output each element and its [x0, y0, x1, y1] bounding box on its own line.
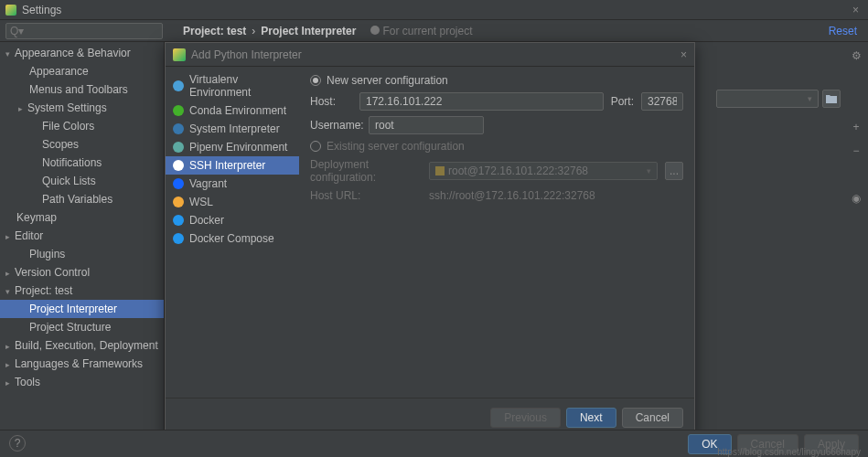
dialog-title: Add Python Interpreter — [191, 48, 680, 61]
new-config-radio-row[interactable]: New server configuration — [310, 74, 683, 87]
option-icon — [173, 160, 184, 171]
deployment-label: Deployment configuration: — [310, 158, 422, 184]
help-button[interactable]: ? — [9, 435, 26, 452]
existing-config-radio-row[interactable]: Existing server configuration — [310, 140, 683, 153]
search-row: Project: test › Project Interpreter For … — [0, 20, 868, 42]
option-label: Virtualenv Environment — [189, 73, 292, 99]
previous-button[interactable]: Previous — [490, 408, 561, 428]
titlebar: Settings × — [0, 0, 868, 20]
dialog-close-button[interactable]: × — [680, 48, 687, 61]
option-label: Conda Environment — [189, 104, 286, 117]
option-icon — [173, 233, 184, 244]
deployment-value: root@172.16.101.222:32768 — [448, 165, 588, 177]
option-icon — [173, 105, 184, 116]
existing-config-label: Existing server configuration — [327, 140, 465, 153]
option-label: Pipenv Environment — [189, 141, 287, 154]
sidebar-item[interactable]: Notifications — [0, 154, 164, 172]
breadcrumb-page: Project Interpreter — [261, 25, 356, 37]
deployment-browse-button[interactable]: ... — [665, 162, 683, 180]
sidebar-item[interactable]: Plugins — [0, 245, 164, 263]
option-icon — [173, 215, 184, 226]
option-icon — [173, 123, 184, 134]
interpreter-combo[interactable] — [716, 90, 819, 108]
interpreter-option[interactable]: Pipenv Environment — [166, 138, 299, 156]
settings-sidebar: Appearance & BehaviorAppearanceMenus and… — [0, 42, 165, 433]
sidebar-item[interactable]: Project: test — [0, 282, 164, 300]
breadcrumb: Project: test › Project Interpreter For … — [183, 25, 473, 37]
interpreter-option[interactable]: Docker Compose — [166, 229, 299, 248]
option-label: SSH Interpreter — [189, 159, 265, 172]
dialog-icon — [173, 48, 186, 61]
port-input[interactable] — [641, 92, 683, 111]
gear-icon — [370, 26, 380, 35]
sidebar-item[interactable]: Quick Lists — [0, 172, 164, 190]
host-label: Host: — [310, 95, 352, 108]
settings-search-input[interactable] — [5, 23, 163, 39]
interpreter-selector-row — [716, 90, 841, 108]
option-icon — [173, 197, 184, 207]
sidebar-item[interactable]: Editor — [0, 227, 164, 245]
username-label: Username: — [310, 119, 361, 132]
option-label: Vagrant — [189, 177, 227, 190]
gear-icon[interactable]: ⚙ — [850, 49, 863, 62]
breadcrumb-separator: › — [252, 25, 255, 37]
server-icon — [435, 166, 445, 175]
interpreter-form: New server configuration Host: Port: Use… — [299, 67, 694, 251]
sidebar-item[interactable]: Version Control — [0, 263, 164, 282]
option-icon — [173, 80, 184, 91]
next-button[interactable]: Next — [566, 408, 616, 428]
interpreter-option[interactable]: System Interpreter — [166, 120, 299, 138]
window-title: Settings — [22, 4, 849, 16]
interpreter-option[interactable]: WSL — [166, 193, 299, 211]
sidebar-item[interactable]: Project Interpreter — [0, 300, 164, 318]
minus-icon[interactable]: − — [850, 144, 863, 157]
sidebar-item[interactable]: Keymap — [0, 208, 164, 227]
app-icon — [5, 5, 16, 16]
interpreter-option[interactable]: Virtualenv Environment — [166, 70, 299, 101]
option-icon — [173, 178, 184, 189]
dialog-cancel-button[interactable]: Cancel — [622, 408, 683, 428]
eye-icon[interactable]: ◉ — [850, 192, 863, 205]
sidebar-item[interactable]: Menus and Toolbars — [0, 80, 164, 99]
option-label: WSL — [189, 196, 213, 208]
right-gutter: ⚙ + − ◉ — [844, 42, 868, 205]
breadcrumb-hint: For current project — [370, 25, 472, 37]
option-label: Docker — [189, 214, 224, 227]
interpreter-type-list: Virtualenv EnvironmentConda EnvironmentS… — [166, 67, 299, 251]
interpreter-option[interactable]: Docker — [166, 211, 299, 229]
window-close-button[interactable]: × — [849, 4, 863, 16]
sidebar-item[interactable]: Project Structure — [0, 318, 164, 336]
interpreter-option[interactable]: Conda Environment — [166, 101, 299, 120]
option-label: System Interpreter — [189, 122, 280, 135]
sidebar-item[interactable]: Appearance — [0, 62, 164, 80]
host-url-label: Host URL: — [310, 189, 422, 202]
new-config-label: New server configuration — [327, 74, 448, 87]
watermark: https://blog.csdn.net/lingyu666hapy — [717, 447, 861, 457]
sidebar-item[interactable]: Languages & Frameworks — [0, 355, 164, 373]
content-area: Add Python Interpreter × Virtualenv Envi… — [165, 42, 868, 433]
host-input[interactable] — [359, 92, 604, 111]
breadcrumb-project: Project: test — [183, 25, 246, 37]
sidebar-item[interactable]: Build, Execution, Deployment — [0, 336, 164, 355]
deployment-combo: root@172.16.101.222:32768 — [429, 162, 658, 180]
interpreter-option[interactable]: SSH Interpreter — [166, 156, 299, 175]
interpreter-option[interactable]: Vagrant — [166, 175, 299, 193]
sidebar-item[interactable]: System Settings — [0, 99, 164, 117]
host-url-value: ssh://root@172.16.101.222:32768 — [429, 189, 595, 202]
sidebar-item[interactable]: File Colors — [0, 117, 164, 135]
port-label: Port: — [611, 95, 634, 108]
sidebar-item[interactable]: Scopes — [0, 135, 164, 154]
sidebar-item[interactable]: Path Variables — [0, 190, 164, 208]
radio-icon — [310, 75, 321, 86]
radio-icon — [310, 141, 321, 152]
sidebar-item[interactable]: Appearance & Behavior — [0, 44, 164, 62]
reset-link[interactable]: Reset — [829, 25, 863, 37]
plus-icon[interactable]: + — [850, 121, 863, 133]
option-icon — [173, 142, 184, 153]
interpreter-browse-button[interactable] — [822, 90, 841, 108]
add-interpreter-dialog: Add Python Interpreter × Virtualenv Envi… — [165, 42, 695, 438]
option-label: Docker Compose — [189, 232, 274, 245]
sidebar-item[interactable]: Tools — [0, 373, 164, 391]
dialog-titlebar: Add Python Interpreter × — [166, 43, 694, 67]
username-input[interactable] — [369, 116, 484, 134]
